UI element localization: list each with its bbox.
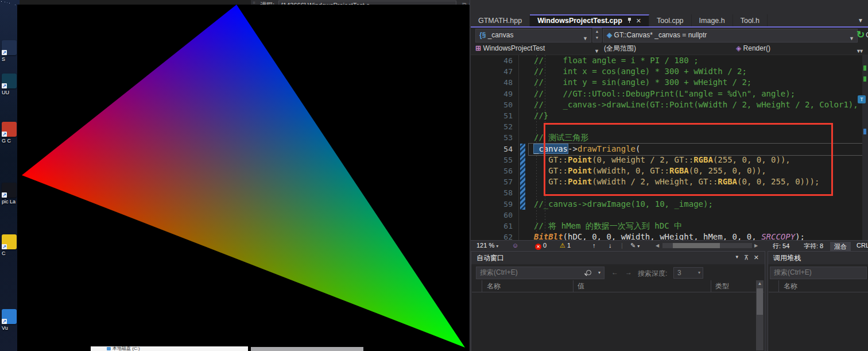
member-spinner[interactable]: ▲▼ xyxy=(592,28,602,43)
line-number[interactable]: 52 xyxy=(471,121,513,132)
desktop-shortcut-icon[interactable]: ↗G C xyxy=(2,122,19,144)
sync-icon[interactable]: ↻ xyxy=(857,29,865,41)
code-text[interactable]: BitBlt(hDC, 0, 0, wWidth, wHeight, hMem,… xyxy=(534,232,805,240)
callstack-title: 调用堆栈 xyxy=(768,252,868,264)
feedback-icon[interactable]: ☺ xyxy=(512,242,518,249)
tab-GTMATH.hpp[interactable]: GTMATH.hpp xyxy=(471,14,530,27)
scrollbar-annotation-strip[interactable] xyxy=(862,55,868,240)
code-line-60[interactable]: 60 xyxy=(471,210,868,221)
tab-list-dropdown-icon[interactable]: ▼ xyxy=(858,17,863,24)
eol-indicator[interactable]: CRL xyxy=(857,242,868,249)
code-text[interactable]: // float angle = i * PI / 180 ; xyxy=(534,55,699,66)
code-line-51[interactable]: 51//} xyxy=(471,110,868,121)
method-dropdown[interactable]: ◈ Render()▼ xyxy=(736,43,866,54)
code-text[interactable]: // 将 hMem 的数据一次写入到 hDC 中 xyxy=(534,221,682,232)
code-text[interactable]: // int y = sin(angle) * 300 + wHeight / … xyxy=(534,77,751,88)
member-combo[interactable]: {§ _canvas▼ xyxy=(475,29,591,43)
search-depth-combo[interactable]: 3▾ xyxy=(673,267,703,279)
autos-vscrollbar[interactable]: ▲ xyxy=(756,280,764,350)
code-line-49[interactable]: 49// //GT::UTool::DebugPrint(L"angle = %… xyxy=(471,88,868,99)
error-icon: ✕ xyxy=(535,244,541,250)
code-line-61[interactable]: 61// 将 hMem 的数据一次写入到 hDC 中 xyxy=(471,221,868,232)
tab-Tool.h[interactable]: Tool.h xyxy=(733,14,768,27)
shortcut-image: ↗ xyxy=(2,40,17,55)
callstack-column-headers[interactable]: 名称 xyxy=(769,280,868,292)
code-cleanup-icon[interactable]: ✎ ▾ xyxy=(630,242,640,249)
scope-dropdown[interactable]: (全局范围)▼ xyxy=(604,43,731,54)
desktop-shortcut-icon[interactable]: ↗UU xyxy=(2,74,19,95)
desktop-shortcut-icon[interactable]: ↗Vu xyxy=(2,309,19,331)
autos-column-headers[interactable]: 名称 值 类型 xyxy=(472,280,764,292)
line-number[interactable]: 58 xyxy=(471,187,513,198)
code-line-46[interactable]: 46// float angle = i * PI / 180 ; xyxy=(471,55,868,66)
tab-WindowsProjectTest.cpp[interactable]: WindowsProjectTest.cpp✕ xyxy=(530,14,649,27)
project-dropdown[interactable]: ⊞ WindowsProjectTest▼ xyxy=(475,43,596,54)
warning-count[interactable]: ⚠ 1 xyxy=(560,242,571,249)
hscroll-right-arrow[interactable]: ▶ xyxy=(754,243,758,248)
line-number[interactable]: 54 xyxy=(471,144,513,155)
line-number[interactable]: 55 xyxy=(471,155,513,165)
code-line-50[interactable]: 50// _canvas->drawLine(GT::Point(wWidth … xyxy=(471,99,868,110)
code-text[interactable]: //} xyxy=(534,110,548,121)
line-overflow-indicator[interactable]: T xyxy=(858,95,866,103)
search-icon[interactable] xyxy=(586,270,591,275)
callstack-search-input[interactable]: 搜索(Ctrl+E) xyxy=(770,267,867,279)
rgb-triangle xyxy=(17,5,470,351)
line-number[interactable]: 50 xyxy=(471,99,513,110)
search-options-dropdown[interactable]: ▾ xyxy=(598,267,600,278)
code-text[interactable]: // _canvas->drawLine(GT::Point(wWidth / … xyxy=(534,99,868,110)
code-line-48[interactable]: 48// int y = sin(angle) * 300 + wHeight … xyxy=(471,77,868,88)
code-line-59[interactable]: 59//_canvas->drawImage(10, 10, _image); xyxy=(471,199,868,210)
back-icon[interactable]: ← xyxy=(611,268,618,276)
pin-tab-icon[interactable] xyxy=(627,18,631,23)
column-value[interactable]: 值 xyxy=(578,280,584,292)
window-position-dropdown-icon[interactable]: ▾ xyxy=(735,254,738,260)
line-number[interactable]: 61 xyxy=(471,221,513,232)
explorer-window-sliver[interactable]: 本地磁盘 (C:) xyxy=(91,346,248,351)
code-line-62[interactable]: 62BitBlt(hDC, 0, 0, wWidth, wHeight, hMe… xyxy=(471,232,868,240)
encoding-indicator[interactable]: 混合 xyxy=(830,242,851,252)
desktop-shortcut-icon[interactable]: ↗S xyxy=(2,40,19,62)
autos-search-input[interactable]: 搜索(Ctrl+E) ▾ xyxy=(476,267,604,279)
line-number[interactable]: 51 xyxy=(471,110,513,121)
desktop-shortcut-icon[interactable]: ↗C xyxy=(2,234,19,256)
explorer-scrollbar-sliver xyxy=(251,347,363,351)
tab-label: GTMATH.hpp xyxy=(478,17,522,25)
line-number[interactable]: 47 xyxy=(471,66,513,77)
close-tab-icon[interactable]: ✕ xyxy=(636,17,641,24)
line-number[interactable]: 48 xyxy=(471,77,513,88)
pin-icon[interactable]: ⊼ xyxy=(744,254,749,261)
forward-icon[interactable]: → xyxy=(625,268,632,276)
change-mark xyxy=(863,65,866,71)
error-count[interactable]: ✕ 0 xyxy=(535,242,547,250)
prev-issue-icon[interactable]: ↑ xyxy=(592,242,596,249)
line-number[interactable]: 59 xyxy=(471,199,513,210)
line-number[interactable]: 46 xyxy=(471,55,513,66)
close-icon[interactable]: ✕ xyxy=(754,254,759,261)
hscrollbar-thumb[interactable] xyxy=(673,243,720,248)
tab-Image.h[interactable]: Image.h xyxy=(692,14,733,27)
signature-combo[interactable]: ◈ GT::Canvas* _canvas = nullptr▼ xyxy=(603,29,858,43)
column-type[interactable]: 类型 xyxy=(715,280,729,292)
zoom-combo[interactable]: 121 % ▾ xyxy=(476,242,498,249)
line-number[interactable]: 53 xyxy=(471,132,513,143)
column-name[interactable]: 名称 xyxy=(784,280,797,292)
line-number[interactable]: 49 xyxy=(471,88,513,99)
disk-label: 本地磁盘 (C:) xyxy=(113,346,140,351)
line-number[interactable]: 62 xyxy=(471,232,513,240)
hscroll-left-arrow[interactable]: ◀ xyxy=(656,243,659,248)
code-line-47[interactable]: 47// int x = cos(angle) * 300 + wWidth /… xyxy=(471,66,868,77)
next-issue-icon[interactable]: ↓ xyxy=(609,242,612,249)
column-name[interactable]: 名称 xyxy=(487,280,501,292)
autos-title: 自动窗口 xyxy=(471,252,765,264)
shortcut-arrow-icon: ↗ xyxy=(2,319,7,324)
line-number[interactable]: 56 xyxy=(471,165,513,176)
line-number[interactable]: 60 xyxy=(471,210,513,221)
code-text[interactable]: // //GT::UTool::DebugPrint(L"angle = %d\… xyxy=(534,88,795,99)
line-number[interactable]: 57 xyxy=(471,176,513,187)
desktop-shortcut-icon[interactable]: ↗pic La xyxy=(2,183,19,205)
code-text[interactable]: //_canvas->drawImage(10, 10, _image); xyxy=(534,199,713,210)
tab-label: Image.h xyxy=(699,17,725,25)
tab-Tool.cpp[interactable]: Tool.cpp xyxy=(649,14,692,27)
code-text[interactable]: // int x = cos(angle) * 300 + wWidth / 2… xyxy=(534,66,747,77)
